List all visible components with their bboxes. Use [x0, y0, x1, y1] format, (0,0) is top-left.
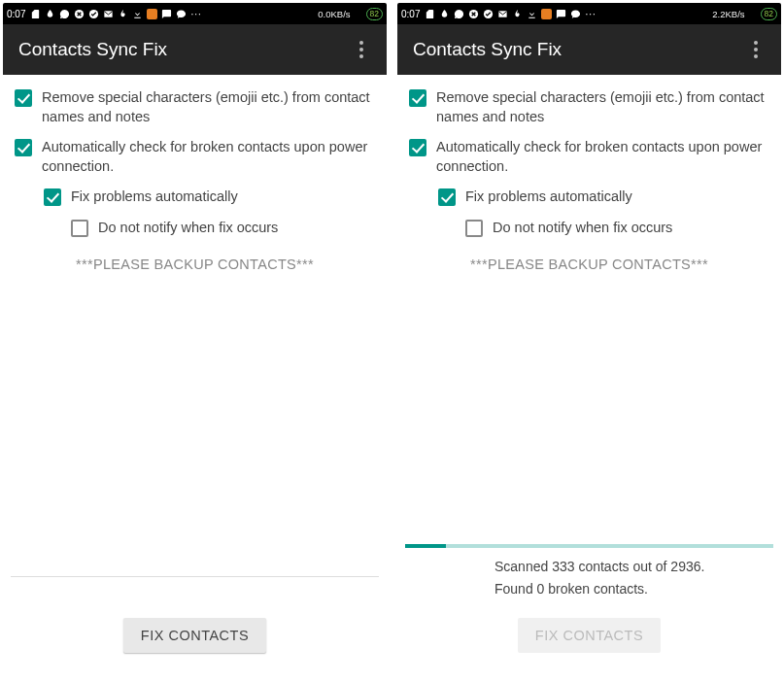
app-title: Contacts Sync Fix — [413, 39, 746, 60]
status-time: 0:07 — [401, 9, 420, 19]
flame-icon — [118, 9, 128, 19]
fix-contacts-button[interactable]: FIX CONTACTS — [123, 618, 266, 653]
battery-indicator: 82 — [761, 8, 777, 20]
option-label: Automatically check for broken contacts … — [42, 138, 375, 176]
overflow-menu-icon[interactable] — [352, 41, 371, 58]
checkbox[interactable] — [44, 188, 61, 206]
droplet-icon — [45, 9, 55, 19]
fix-button-row: FIX CONTACTS — [405, 600, 773, 680]
content-area: Remove special characters (emojii etc.) … — [397, 75, 781, 680]
message-icon — [176, 9, 187, 19]
checkbox[interactable] — [409, 139, 426, 156]
option-label: Remove special characters (emojii etc.) … — [42, 88, 375, 126]
more-icon: ··· — [190, 9, 201, 19]
bottom-area: FIX CONTACTS — [11, 576, 379, 681]
sd-card-icon — [30, 9, 41, 19]
option-label: Fix problems automatically — [71, 188, 238, 207]
bottom-area: Scanned 333 contacts out of 2936. Found … — [405, 544, 773, 680]
divider — [11, 576, 379, 578]
status-icons-left: ··· — [30, 9, 315, 19]
option-row[interactable]: Automatically check for broken contacts … — [11, 132, 379, 182]
backup-warning: ***PLEASE BACKUP CONTACTS*** — [405, 256, 773, 272]
status-bar: 0:07 ··· 0.0KB/s 82 — [3, 3, 387, 24]
status-icons-left: ··· — [425, 9, 709, 19]
phone-screen-right: 0:07 ··· 2.2KB/s 82 Contacts Sync Fix — [397, 3, 781, 680]
fix-contacts-button: FIX CONTACTS — [518, 618, 661, 653]
mail-icon — [497, 9, 508, 19]
app-badge-icon — [147, 9, 157, 19]
content-area: Remove special characters (emojii etc.) … — [3, 75, 387, 680]
progress-fill — [405, 544, 446, 548]
phone-screen-left: 0:07 ··· 0.0KB/s 82 Contacts Sync Fix — [3, 3, 387, 680]
option-label: Do not notify when fix occurs — [493, 219, 672, 238]
flame-icon — [512, 9, 523, 19]
mail-icon — [103, 9, 114, 19]
progress-bar — [405, 544, 773, 548]
scan-status-line: Found 0 broken contacts. — [405, 578, 773, 600]
whatsapp-icon — [59, 9, 70, 19]
close-circle-icon — [74, 9, 85, 19]
option-label: Do not notify when fix occurs — [98, 219, 278, 238]
more-icon: ··· — [585, 9, 596, 19]
status-icons-right: 2.2KB/s 82 — [712, 8, 777, 20]
option-row[interactable]: Automatically check for broken contacts … — [405, 132, 773, 182]
message-icon — [570, 9, 581, 19]
option-row[interactable]: Remove special characters (emojii etc.) … — [11, 83, 379, 132]
overflow-menu-icon[interactable] — [746, 41, 766, 58]
check-circle-icon — [88, 9, 99, 19]
app-bar: Contacts Sync Fix — [3, 24, 387, 75]
app-badge-icon — [541, 9, 552, 19]
close-circle-icon — [468, 9, 479, 19]
sd-card-icon — [425, 9, 435, 19]
droplet-icon — [439, 9, 450, 19]
checkbox[interactable] — [71, 220, 88, 237]
app-title: Contacts Sync Fix — [18, 39, 352, 60]
option-row[interactable]: Do not notify when fix occurs — [11, 213, 379, 244]
network-speed: 0.0KB/s — [318, 9, 350, 19]
checkbox[interactable] — [438, 188, 456, 206]
chat-icon — [161, 9, 172, 19]
option-row[interactable]: Do not notify when fix occurs — [405, 213, 773, 244]
checkbox[interactable] — [15, 89, 32, 107]
option-label: Automatically check for broken contacts … — [436, 138, 769, 176]
checkbox[interactable] — [409, 89, 426, 107]
network-speed: 2.2KB/s — [712, 9, 744, 19]
backup-warning: ***PLEASE BACKUP CONTACTS*** — [11, 256, 379, 272]
option-row[interactable]: Fix problems automatically — [11, 182, 379, 213]
scan-status-line: Scanned 333 contacts out of 2936. — [405, 556, 773, 578]
option-label: Fix problems automatically — [465, 188, 632, 207]
check-circle-icon — [483, 9, 494, 19]
option-row[interactable]: Fix problems automatically — [405, 182, 773, 213]
download-icon — [527, 9, 537, 19]
option-row[interactable]: Remove special characters (emojii etc.) … — [405, 83, 773, 132]
checkbox[interactable] — [15, 139, 32, 156]
chat-icon — [556, 9, 566, 19]
fix-button-row: FIX CONTACTS — [11, 600, 379, 680]
option-label: Remove special characters (emojii etc.) … — [436, 88, 769, 126]
status-time: 0:07 — [7, 9, 25, 19]
battery-indicator: 82 — [366, 8, 383, 20]
status-icons-right: 0.0KB/s 82 — [318, 8, 383, 20]
whatsapp-icon — [454, 9, 464, 19]
status-bar: 0:07 ··· 2.2KB/s 82 — [397, 3, 781, 24]
app-bar: Contacts Sync Fix — [397, 24, 781, 75]
checkbox[interactable] — [465, 220, 483, 237]
download-icon — [132, 9, 143, 19]
